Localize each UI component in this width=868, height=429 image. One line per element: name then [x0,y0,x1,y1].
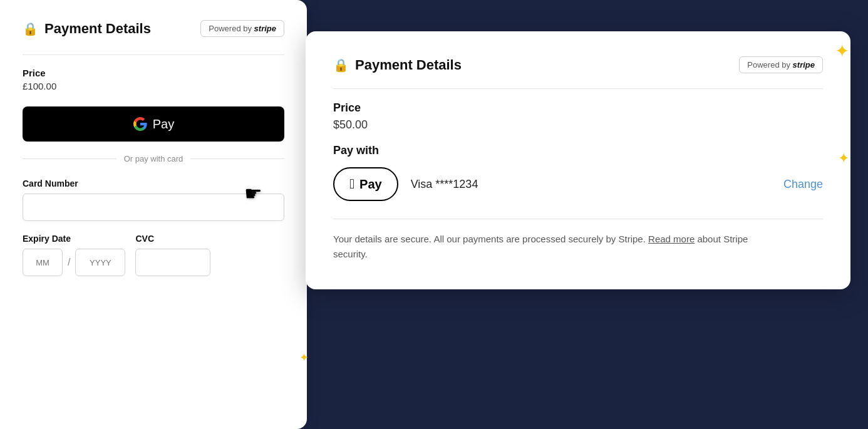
payment-method-row:  Pay Visa ****1234 Change [333,167,823,201]
or-line-right [190,158,284,159]
left-divider-1 [23,54,284,55]
slash-separator: / [68,257,70,268]
cvc-label: CVC [135,234,210,244]
expiry-inputs-group: / [23,249,125,276]
expiry-cvc-row: Expiry Date / CVC [23,234,284,276]
right-header-title-group: 🔒 Payment Details [333,57,462,73]
pay-with-label: Pay with [333,144,823,157]
expiry-mm-input[interactable] [23,249,63,276]
cvc-col: CVC [135,234,210,276]
expiry-yyyy-input[interactable] [75,249,125,276]
right-stripe-brand: stripe [793,60,815,70]
gpay-button[interactable]: Pay [23,106,284,142]
right-card-title: Payment Details [355,57,462,73]
left-payment-card: 🔒 Payment Details Powered by stripe Pric… [0,0,307,429]
right-price-value: $50.00 [333,118,823,132]
left-price-value: £100.00 [23,81,284,91]
card-number-input[interactable] [23,194,284,221]
or-text: Or pay with card [124,154,183,163]
left-price-label: Price [23,68,284,78]
or-divider: Or pay with card [23,154,284,163]
apple-pay-button[interactable]:  Pay [333,167,398,201]
right-stripe-badge: Powered by stripe [739,56,823,73]
security-text: Your details are secure. All our payment… [333,232,772,262]
left-stripe-badge-text: Powered by [209,24,254,33]
right-card-header: 🔒 Payment Details Powered by stripe [333,56,823,73]
gpay-button-label: Pay [153,117,174,132]
expiry-label: Expiry Date [23,234,125,244]
google-g-icon [133,116,148,132]
right-lock-icon: 🔒 [333,58,349,73]
left-card-header: 🔒 Payment Details Powered by stripe [23,20,284,37]
right-payment-card: 🔒 Payment Details Powered by stripe Pric… [306,31,850,289]
change-payment-link[interactable]: Change [783,178,823,191]
apple-pay-label: Pay [359,177,382,192]
right-divider-1 [333,88,823,89]
lock-icon: 🔒 [23,21,38,36]
or-line-left [23,158,116,159]
read-more-link[interactable]: Read more [648,234,695,244]
right-stripe-badge-text: Powered by [747,60,792,70]
right-price-label: Price [333,101,823,115]
expiry-col: Expiry Date / [23,234,125,276]
security-text-main: Your details are secure. All our payment… [333,234,646,244]
right-divider-2 [333,219,823,219]
left-header-title-group: 🔒 Payment Details [23,21,151,37]
left-card-title: Payment Details [44,21,151,37]
cvc-input[interactable] [135,249,210,276]
left-stripe-badge: Powered by stripe [200,20,284,37]
left-stripe-brand: stripe [254,24,276,33]
apple-logo-icon:  [349,176,354,192]
visa-info-text: Visa ****1234 [411,178,478,191]
card-number-label: Card Number [23,178,284,189]
